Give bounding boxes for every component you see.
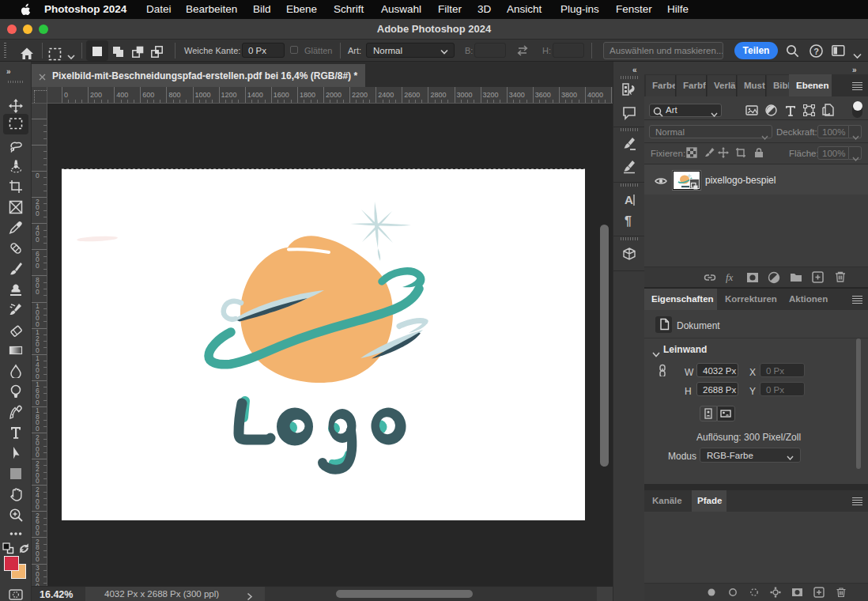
svg-text:¶: ¶ bbox=[625, 214, 632, 228]
svg-text:A: A bbox=[625, 193, 633, 206]
svg-text:fx: fx bbox=[726, 271, 734, 283]
svg-text:?: ? bbox=[813, 47, 819, 56]
